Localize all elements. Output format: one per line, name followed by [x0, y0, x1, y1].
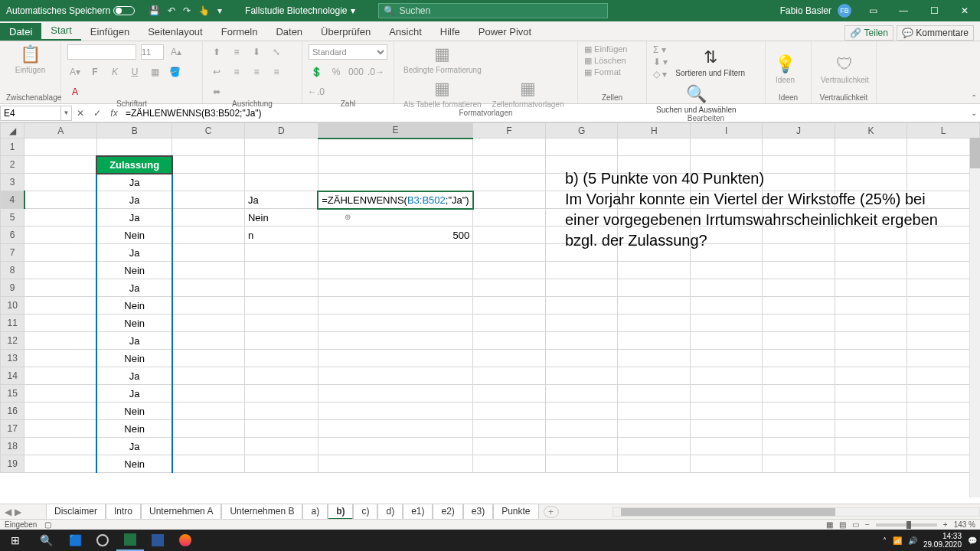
cell[interactable]	[763, 262, 835, 279]
cell[interactable]: 500	[318, 227, 472, 244]
sheet-tab[interactable]: Unternehmen A	[141, 504, 221, 520]
cell[interactable]	[763, 403, 835, 420]
cell[interactable]	[835, 350, 907, 367]
cell[interactable]	[172, 455, 245, 473]
cell[interactable]	[473, 420, 546, 438]
align-top-icon[interactable]: ⬆	[209, 44, 224, 60]
cell[interactable]	[318, 332, 472, 350]
find-select-button[interactable]: 🔍Suchen und Auswählen	[653, 84, 740, 114]
row-header-17[interactable]: 17	[1, 420, 24, 438]
cell[interactable]	[318, 438, 472, 455]
taskbar-app-1[interactable]: 🟦	[61, 530, 89, 551]
cell[interactable]	[172, 367, 245, 385]
cell[interactable]	[545, 403, 618, 420]
cell[interactable]: Nein	[96, 262, 172, 279]
col-header-a[interactable]: A	[24, 123, 97, 139]
cell[interactable]: =ZÄHLENWENNS(B3:B502;"Ja")	[318, 191, 472, 209]
cell[interactable]	[172, 403, 245, 420]
cell[interactable]	[545, 262, 618, 279]
decrease-decimal-icon[interactable]: ←.0	[309, 84, 324, 99]
currency-icon[interactable]: 💲	[309, 64, 324, 80]
row-header-12[interactable]: 12	[1, 332, 24, 350]
sheet-tab[interactable]: e1)	[403, 504, 433, 520]
fill-icon[interactable]: ⬇ ▾	[653, 57, 668, 67]
autosave-toggle[interactable]: Automatisches Speichern	[0, 5, 141, 16]
cell[interactable]	[618, 315, 691, 332]
cell[interactable]	[244, 420, 318, 438]
cell[interactable]: Nein	[96, 315, 172, 332]
font-size-input[interactable]	[141, 44, 164, 60]
tab-page-layout[interactable]: Seitenlayout	[139, 23, 212, 41]
cell[interactable]	[318, 385, 472, 403]
orientation-icon[interactable]: ⤡	[269, 44, 284, 60]
font-color-icon[interactable]: A	[67, 84, 83, 99]
cell[interactable]	[318, 279, 472, 297]
cell[interactable]	[24, 438, 97, 455]
sheet-nav-prev-icon[interactable]: ◀	[5, 507, 11, 517]
cell[interactable]	[835, 403, 907, 420]
delete-cells-button[interactable]: ▦ Löschen	[584, 56, 626, 66]
row-header-19[interactable]: 19	[1, 455, 24, 473]
sheet-tab[interactable]: c)	[353, 504, 377, 520]
cell[interactable]	[473, 403, 546, 420]
cell[interactable]	[318, 174, 472, 191]
cell[interactable]	[24, 262, 97, 279]
cell[interactable]	[24, 350, 97, 367]
start-button[interactable]: ⊞	[0, 530, 31, 551]
cell[interactable]	[172, 438, 245, 455]
cell[interactable]	[318, 403, 472, 420]
vertical-scrollbar[interactable]	[969, 138, 980, 497]
cell[interactable]: Ja	[96, 385, 172, 403]
cell[interactable]	[318, 244, 472, 262]
align-bottom-icon[interactable]: ⬇	[249, 44, 264, 60]
cell[interactable]	[691, 297, 763, 315]
select-all-button[interactable]: ◢	[1, 123, 24, 139]
cell[interactable]	[318, 156, 472, 174]
merge-icon[interactable]: ⬌	[209, 84, 224, 99]
cell[interactable]	[545, 279, 618, 297]
row-header-9[interactable]: 9	[1, 279, 24, 297]
tray-volume-icon[interactable]: 🔊	[908, 536, 917, 545]
cell[interactable]	[691, 332, 763, 350]
cell[interactable]	[172, 262, 245, 279]
insert-cells-button[interactable]: ▦ Einfügen	[584, 44, 628, 54]
tab-insert[interactable]: Einfügen	[81, 23, 139, 41]
sheet-tab[interactable]: Unternehmen B	[221, 504, 302, 520]
tab-data[interactable]: Daten	[266, 23, 312, 41]
view-normal-icon[interactable]: ▦	[826, 520, 833, 529]
cell[interactable]	[763, 297, 835, 315]
col-header-h[interactable]: H	[618, 123, 691, 139]
cell[interactable]	[618, 139, 691, 156]
cell[interactable]	[172, 385, 245, 403]
row-header-7[interactable]: 7	[1, 244, 24, 262]
cell[interactable]	[545, 332, 618, 350]
tab-file[interactable]: Datei	[0, 23, 41, 41]
cell[interactable]	[24, 139, 97, 156]
cell[interactable]: Ja	[96, 191, 172, 209]
autosave-switch[interactable]	[113, 6, 135, 15]
cell[interactable]	[763, 279, 835, 297]
cell[interactable]	[763, 332, 835, 350]
cell[interactable]	[618, 455, 691, 473]
col-header-l[interactable]: L	[907, 123, 980, 139]
align-middle-icon[interactable]: ≡	[229, 44, 244, 60]
cell[interactable]	[473, 262, 546, 279]
cell[interactable]	[545, 455, 618, 473]
row-header-15[interactable]: 15	[1, 385, 24, 403]
cell[interactable]	[24, 332, 97, 350]
cell[interactable]	[835, 139, 907, 156]
taskbar-excel[interactable]	[116, 530, 144, 551]
cell[interactable]	[244, 332, 318, 350]
cell[interactable]	[473, 244, 546, 262]
cell[interactable]: Ja	[96, 438, 172, 455]
row-header-18[interactable]: 18	[1, 438, 24, 455]
taskbar-obs[interactable]	[89, 530, 116, 551]
sheet-tab[interactable]: Intro	[106, 504, 141, 520]
cell[interactable]	[473, 332, 546, 350]
cell[interactable]	[473, 209, 546, 227]
underline-icon[interactable]: U	[127, 64, 142, 80]
cell[interactable]	[835, 332, 907, 350]
cell[interactable]	[545, 297, 618, 315]
redo-icon[interactable]: ↷	[183, 5, 191, 16]
cell[interactable]	[244, 438, 318, 455]
